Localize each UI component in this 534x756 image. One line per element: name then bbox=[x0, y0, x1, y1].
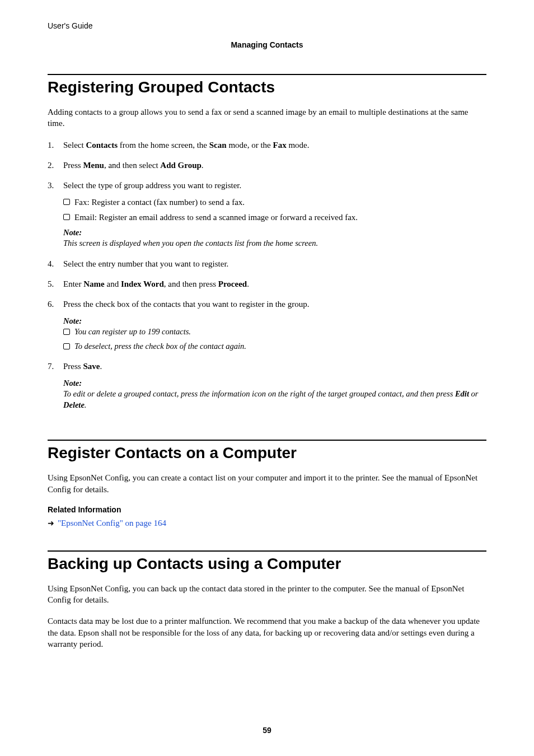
step-1: Select Contacts from the home screen, th… bbox=[48, 139, 486, 151]
step-7-text: Press Save. bbox=[63, 362, 102, 371]
section-1-title: Registering Grouped Contacts bbox=[48, 78, 486, 96]
step-4: Select the entry number that you want to… bbox=[48, 258, 486, 269]
step-4-text: Select the entry number that you want to… bbox=[63, 259, 228, 268]
step-6-note-2: To deselect, press the check box of the … bbox=[63, 341, 486, 352]
step-2-text: Press Menu, and then select Add Group. bbox=[63, 161, 204, 170]
checkbox-icon bbox=[63, 329, 70, 335]
checkbox-icon bbox=[63, 343, 70, 349]
steps-list: Select Contacts from the home screen, th… bbox=[48, 139, 486, 411]
step-3-sub-2: Email: Register an email address to send… bbox=[63, 212, 486, 223]
section-divider bbox=[48, 440, 486, 441]
section-1-intro: Adding contacts to a group allows you to… bbox=[48, 106, 486, 129]
section-3-body-2: Contacts data may be lost due to a print… bbox=[48, 615, 486, 650]
section-3-title: Backing up Contacts using a Computer bbox=[48, 555, 486, 573]
section-divider bbox=[48, 74, 486, 75]
step-2: Press Menu, and then select Add Group. bbox=[48, 160, 486, 171]
section-2-body: Using EpsonNet Config, you can create a … bbox=[48, 472, 486, 495]
section-3-body-1: Using EpsonNet Config, you can back up t… bbox=[48, 583, 486, 606]
related-link-row: ➜ "EpsonNet Config" on page 164 bbox=[48, 519, 486, 528]
related-link[interactable]: "EpsonNet Config" on page 164 bbox=[58, 519, 166, 528]
note-label: Note: bbox=[63, 227, 486, 239]
checkbox-icon bbox=[63, 199, 70, 205]
related-info-label: Related Information bbox=[48, 505, 486, 514]
step-3-text: Select the type of group address you wan… bbox=[63, 181, 241, 190]
note-label: Note: bbox=[63, 378, 486, 389]
checkbox-icon bbox=[63, 214, 70, 220]
note-label: Note: bbox=[63, 316, 486, 327]
step-5-text: Enter Name and Index Word, and then pres… bbox=[63, 279, 249, 288]
step-6: Press the check box of the contacts that… bbox=[48, 298, 486, 352]
step-6-note-1: You can register up to 199 contacts. bbox=[63, 326, 486, 338]
section-2-title: Register Contacts on a Computer bbox=[48, 444, 486, 462]
step-6-text: Press the check box of the contacts that… bbox=[63, 300, 309, 309]
step-7: Press Save. Note: To edit or delete a gr… bbox=[48, 361, 486, 410]
arrow-right-icon: ➜ bbox=[48, 519, 54, 528]
step-3: Select the type of group address you wan… bbox=[48, 180, 486, 249]
note-text: This screen is displayed when you open t… bbox=[63, 238, 486, 249]
page-number: 59 bbox=[0, 726, 534, 735]
doc-header-title: User's Guide bbox=[48, 21, 486, 30]
step-3-sub-1: Fax: Register a contact (fax number) to … bbox=[63, 197, 486, 208]
section-divider bbox=[48, 550, 486, 552]
step-1-text: Select Contacts from the home screen, th… bbox=[63, 141, 310, 150]
note-text: To edit or delete a grouped contact, pre… bbox=[63, 389, 486, 410]
step-5: Enter Name and Index Word, and then pres… bbox=[48, 278, 486, 290]
doc-headline: Managing Contacts bbox=[48, 40, 486, 49]
